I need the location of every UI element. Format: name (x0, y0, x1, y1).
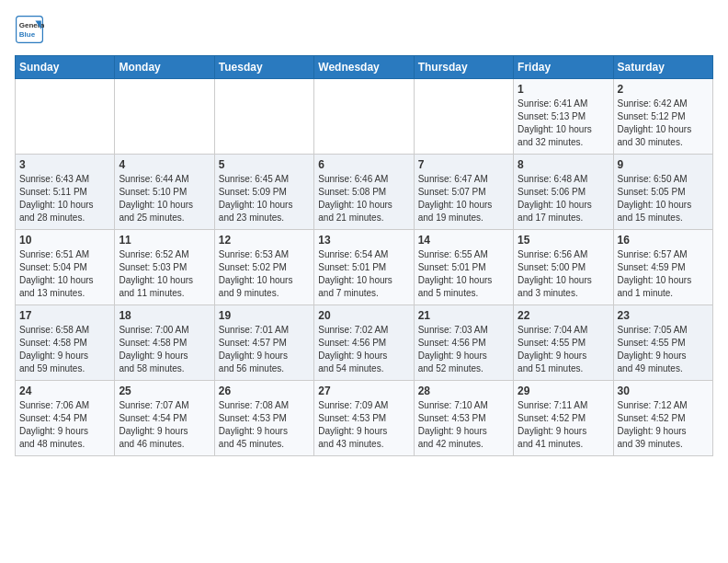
calendar-week-row: 10Sunrise: 6:51 AM Sunset: 5:04 PM Dayli… (16, 230, 713, 305)
day-number: 23 (618, 309, 709, 322)
day-number: 26 (219, 385, 310, 397)
calendar-week-row: 1Sunrise: 6:41 AM Sunset: 5:13 PM Daylig… (16, 79, 713, 155)
calendar-cell: 20Sunrise: 7:02 AM Sunset: 4:56 PM Dayli… (314, 305, 414, 381)
calendar-cell: 24Sunrise: 7:06 AM Sunset: 4:54 PM Dayli… (16, 381, 115, 456)
day-info: Sunrise: 6:56 AM Sunset: 5:00 PM Dayligh… (518, 248, 609, 300)
weekday-header: Thursday (414, 56, 513, 79)
day-info: Sunrise: 6:44 AM Sunset: 5:10 PM Dayligh… (119, 173, 210, 224)
day-info: Sunrise: 6:48 AM Sunset: 5:06 PM Dayligh… (518, 173, 609, 224)
day-info: Sunrise: 7:00 AM Sunset: 4:58 PM Dayligh… (119, 324, 210, 375)
day-info: Sunrise: 7:06 AM Sunset: 4:54 PM Dayligh… (19, 399, 110, 451)
calendar-week-row: 3Sunrise: 6:43 AM Sunset: 5:11 PM Daylig… (16, 155, 713, 230)
calendar-cell: 28Sunrise: 7:10 AM Sunset: 4:53 PM Dayli… (414, 381, 513, 456)
calendar-cell: 14Sunrise: 6:55 AM Sunset: 5:01 PM Dayli… (414, 230, 513, 305)
day-info: Sunrise: 6:54 AM Sunset: 5:01 PM Dayligh… (318, 248, 409, 300)
day-info: Sunrise: 7:03 AM Sunset: 4:56 PM Dayligh… (418, 324, 509, 375)
calendar-cell: 12Sunrise: 6:53 AM Sunset: 5:02 PM Dayli… (214, 230, 313, 305)
day-info: Sunrise: 6:42 AM Sunset: 5:12 PM Dayligh… (618, 98, 709, 149)
day-info: Sunrise: 7:01 AM Sunset: 4:57 PM Dayligh… (219, 324, 310, 375)
day-number: 16 (618, 234, 709, 247)
calendar-cell: 8Sunrise: 6:48 AM Sunset: 5:06 PM Daylig… (514, 155, 613, 230)
day-info: Sunrise: 7:09 AM Sunset: 4:53 PM Dayligh… (318, 399, 409, 451)
calendar-cell: 15Sunrise: 6:56 AM Sunset: 5:00 PM Dayli… (514, 230, 613, 305)
calendar-cell: 5Sunrise: 6:45 AM Sunset: 5:09 PM Daylig… (214, 155, 313, 230)
logo: General Blue (15, 15, 44, 44)
day-number: 14 (418, 234, 509, 247)
day-info: Sunrise: 7:02 AM Sunset: 4:56 PM Dayligh… (318, 324, 409, 375)
day-number: 12 (219, 234, 310, 247)
day-number: 15 (518, 234, 609, 247)
header: General Blue (15, 15, 713, 44)
day-info: Sunrise: 6:41 AM Sunset: 5:13 PM Dayligh… (518, 98, 609, 149)
calendar-cell: 26Sunrise: 7:08 AM Sunset: 4:53 PM Dayli… (214, 381, 313, 456)
day-number: 2 (618, 83, 709, 96)
calendar-cell (414, 79, 513, 155)
calendar-week-row: 24Sunrise: 7:06 AM Sunset: 4:54 PM Dayli… (16, 381, 713, 456)
day-info: Sunrise: 7:08 AM Sunset: 4:53 PM Dayligh… (219, 399, 310, 451)
calendar-cell: 21Sunrise: 7:03 AM Sunset: 4:56 PM Dayli… (414, 305, 513, 381)
day-number: 13 (318, 234, 409, 247)
calendar-cell: 23Sunrise: 7:05 AM Sunset: 4:55 PM Dayli… (613, 305, 712, 381)
calendar-cell (314, 79, 414, 155)
calendar-cell: 13Sunrise: 6:54 AM Sunset: 5:01 PM Dayli… (314, 230, 414, 305)
calendar-cell: 1Sunrise: 6:41 AM Sunset: 5:13 PM Daylig… (514, 79, 613, 155)
day-number: 25 (119, 385, 210, 397)
calendar-header-row: SundayMondayTuesdayWednesdayThursdayFrid… (16, 56, 713, 79)
day-info: Sunrise: 6:50 AM Sunset: 5:05 PM Dayligh… (618, 173, 709, 224)
day-number: 19 (219, 309, 310, 322)
day-info: Sunrise: 6:55 AM Sunset: 5:01 PM Dayligh… (418, 248, 509, 300)
day-number: 22 (518, 309, 609, 322)
day-number: 10 (19, 234, 110, 247)
calendar-cell: 17Sunrise: 6:58 AM Sunset: 4:58 PM Dayli… (16, 305, 115, 381)
day-info: Sunrise: 6:43 AM Sunset: 5:11 PM Dayligh… (19, 173, 110, 224)
calendar-table: SundayMondayTuesdayWednesdayThursdayFrid… (15, 55, 713, 456)
day-number: 21 (418, 309, 509, 322)
day-info: Sunrise: 7:05 AM Sunset: 4:55 PM Dayligh… (618, 324, 709, 375)
calendar-cell: 9Sunrise: 6:50 AM Sunset: 5:05 PM Daylig… (613, 155, 712, 230)
calendar-cell: 11Sunrise: 6:52 AM Sunset: 5:03 PM Dayli… (115, 230, 214, 305)
day-number: 18 (119, 309, 210, 322)
calendar-cell: 16Sunrise: 6:57 AM Sunset: 4:59 PM Dayli… (613, 230, 712, 305)
calendar-cell: 3Sunrise: 6:43 AM Sunset: 5:11 PM Daylig… (16, 155, 115, 230)
day-number: 1 (518, 83, 609, 96)
day-info: Sunrise: 7:11 AM Sunset: 4:52 PM Dayligh… (518, 399, 609, 451)
day-number: 5 (219, 158, 310, 171)
day-info: Sunrise: 6:58 AM Sunset: 4:58 PM Dayligh… (19, 324, 110, 375)
day-number: 29 (518, 385, 609, 397)
day-info: Sunrise: 6:46 AM Sunset: 5:08 PM Dayligh… (318, 173, 409, 224)
day-number: 11 (119, 234, 210, 247)
day-number: 7 (418, 158, 509, 171)
calendar-cell: 25Sunrise: 7:07 AM Sunset: 4:54 PM Dayli… (115, 381, 214, 456)
logo-icon: General Blue (15, 15, 44, 44)
day-number: 8 (518, 158, 609, 171)
day-number: 17 (19, 309, 110, 322)
weekday-header: Saturday (613, 56, 712, 79)
day-info: Sunrise: 7:10 AM Sunset: 4:53 PM Dayligh… (418, 399, 509, 451)
page-container: General Blue SundayMondayTuesdayWednesda… (0, 0, 728, 465)
day-info: Sunrise: 6:45 AM Sunset: 5:09 PM Dayligh… (219, 173, 310, 224)
calendar-cell: 4Sunrise: 6:44 AM Sunset: 5:10 PM Daylig… (115, 155, 214, 230)
weekday-header: Sunday (16, 56, 115, 79)
calendar-cell (214, 79, 313, 155)
day-info: Sunrise: 6:51 AM Sunset: 5:04 PM Dayligh… (19, 248, 110, 300)
weekday-header: Monday (115, 56, 214, 79)
day-number: 9 (618, 158, 709, 171)
day-info: Sunrise: 6:57 AM Sunset: 4:59 PM Dayligh… (618, 248, 709, 300)
calendar-cell: 19Sunrise: 7:01 AM Sunset: 4:57 PM Dayli… (214, 305, 313, 381)
day-info: Sunrise: 7:12 AM Sunset: 4:52 PM Dayligh… (618, 399, 709, 451)
calendar-cell: 6Sunrise: 6:46 AM Sunset: 5:08 PM Daylig… (314, 155, 414, 230)
calendar-cell: 10Sunrise: 6:51 AM Sunset: 5:04 PM Dayli… (16, 230, 115, 305)
weekday-header: Tuesday (214, 56, 313, 79)
weekday-header: Friday (514, 56, 613, 79)
day-number: 28 (418, 385, 509, 397)
day-info: Sunrise: 7:07 AM Sunset: 4:54 PM Dayligh… (119, 399, 210, 451)
day-info: Sunrise: 6:52 AM Sunset: 5:03 PM Dayligh… (119, 248, 210, 300)
calendar-cell: 22Sunrise: 7:04 AM Sunset: 4:55 PM Dayli… (514, 305, 613, 381)
day-number: 3 (19, 158, 110, 171)
svg-text:Blue: Blue (19, 30, 36, 39)
day-info: Sunrise: 7:04 AM Sunset: 4:55 PM Dayligh… (518, 324, 609, 375)
day-number: 6 (318, 158, 409, 171)
day-info: Sunrise: 6:53 AM Sunset: 5:02 PM Dayligh… (219, 248, 310, 300)
calendar-cell (16, 79, 115, 155)
day-number: 24 (19, 385, 110, 397)
